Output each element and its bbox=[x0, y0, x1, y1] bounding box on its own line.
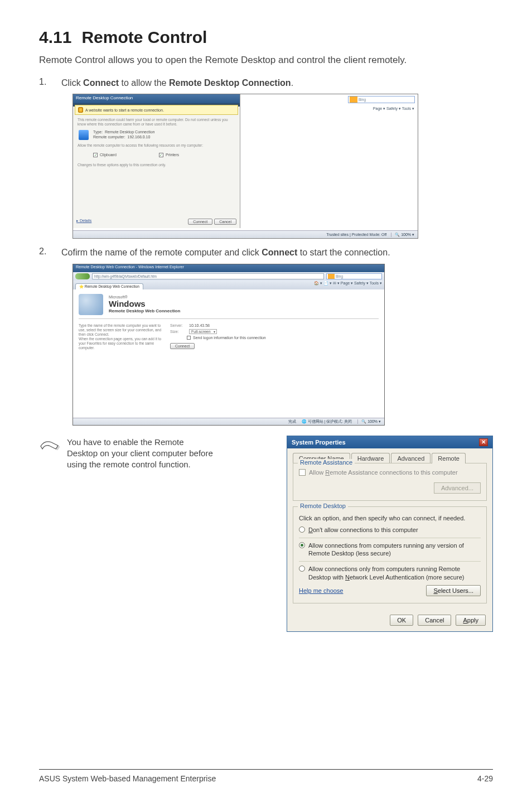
send-logon-label: Send logon information for this connecti… bbox=[193, 336, 266, 340]
ie-title-bar: Remote Desktop Web Connection - Windows … bbox=[73, 264, 384, 272]
status-zone: 🌐 可信网站 | 保护模式: 关闭 bbox=[302, 419, 352, 424]
radio-icon bbox=[299, 526, 305, 533]
ie-search-box[interactable]: Bing bbox=[326, 273, 382, 279]
ok-button[interactable]: OK bbox=[390, 615, 413, 626]
checkbox-icon: ✓ bbox=[93, 153, 98, 157]
remote-computer-label: Remote computer: bbox=[93, 135, 125, 139]
computer-icon bbox=[79, 130, 89, 140]
select-users-button[interactable]: Select Users... bbox=[426, 585, 481, 596]
server-label: Server: bbox=[170, 323, 187, 327]
step-text: Click Connect to allow the Remote Deskto… bbox=[61, 77, 493, 89]
section-number: 4.11 bbox=[39, 28, 71, 47]
size-select[interactable]: Full-screen bbox=[189, 329, 217, 334]
ra-advanced-button: Advanced... bbox=[434, 482, 481, 494]
radio-allow-any-label: Allow connections from computers running… bbox=[308, 542, 481, 558]
ie-status-bar: 完成 🌐 可信网站 | 保护模式: 关闭 🔍 100% ▾ bbox=[73, 418, 384, 425]
windows-label: Windows bbox=[109, 299, 180, 308]
note-text: You have to enable the Remote Desktop on… bbox=[67, 436, 215, 471]
changes-note: Changes to these options apply to this c… bbox=[78, 163, 235, 167]
server-value: 10.10.43.58 bbox=[189, 323, 210, 327]
size-label: Size: bbox=[170, 330, 187, 334]
rd-description: Click an option, and then specify who ca… bbox=[299, 515, 481, 521]
printers-checkbox-row[interactable]: ✓Printers bbox=[159, 153, 179, 157]
radio-allow-any[interactable]: Allow connections from computers running… bbox=[299, 542, 481, 558]
ie-address-bar-row: http://win-g4f9blaQh/tsweb/Default.htm B… bbox=[73, 272, 384, 281]
rd-legend: Remote Desktop bbox=[298, 503, 348, 509]
clipboard-checkbox-row[interactable]: ✓Clipboard bbox=[93, 153, 117, 157]
details-link[interactable]: ▸ Details bbox=[76, 219, 91, 225]
screenshot-rdweb: Remote Desktop Web Connection - Windows … bbox=[72, 264, 385, 426]
footer-left: ASUS System Web-based Management Enterpr… bbox=[39, 774, 216, 783]
bing-icon bbox=[328, 274, 335, 279]
browser-tab[interactable]: ⭐ Remote Desktop Web Connection bbox=[75, 283, 143, 289]
checkbox-icon: ✓ bbox=[159, 153, 163, 157]
step-text: Cofirm the name of the remote computer a… bbox=[61, 247, 493, 259]
step-number: 2. bbox=[39, 247, 61, 259]
allow-remote-assistance-checkbox[interactable]: Allow Remote Assistance connections to t… bbox=[299, 469, 481, 476]
section-title: Remote Control bbox=[81, 28, 207, 46]
dialog-title: Remote Desktop Connection bbox=[73, 94, 240, 103]
type-value: Remote Desktop Connection bbox=[105, 130, 155, 134]
ra-legend: Remote Assistance bbox=[298, 459, 355, 466]
ie-command-bar[interactable]: 🏠 ▾ 📄 ▾ ✉ ▾ Page ▾ Safety ▾ Tools ▾ bbox=[314, 281, 382, 286]
radio-dont-allow[interactable]: Don't allow connections to this computer bbox=[299, 526, 481, 534]
address-input[interactable]: http://win-g4f9blaQh/tsweb/Default.htm bbox=[92, 273, 324, 279]
intro-paragraph: Remote Control allows you to open the Re… bbox=[39, 54, 493, 67]
connect-button[interactable]: Connect bbox=[188, 219, 212, 225]
status-zoom[interactable]: 🔍 100% ▾ bbox=[391, 233, 414, 237]
type-label: Type: bbox=[93, 130, 103, 134]
tab-advanced[interactable]: Advanced bbox=[391, 453, 431, 463]
help-me-choose-link[interactable]: Help me choose bbox=[299, 587, 344, 594]
close-button[interactable]: ✕ bbox=[479, 438, 488, 446]
rdweb-help-text: Type the name of the remote computer you… bbox=[79, 323, 162, 351]
radio-icon bbox=[299, 566, 305, 572]
tab-hardware[interactable]: Hardware bbox=[351, 453, 390, 463]
status-zone: Trusted sites | Protected Mode: Off bbox=[326, 233, 386, 236]
warning-text: A website wants to start a remote connec… bbox=[85, 108, 164, 112]
radio-icon bbox=[299, 542, 305, 548]
allow-resources-text: Allow the remote computer to access the … bbox=[78, 143, 235, 148]
ie-search-box[interactable]: Bing bbox=[348, 96, 415, 103]
screenshot-rdc-dialog: _ ▢ ✕ Remote Desktop Connection A websit… bbox=[72, 94, 418, 239]
cancel-button[interactable]: Cancel bbox=[418, 615, 451, 626]
rdweb-logo-icon bbox=[79, 294, 103, 315]
system-properties-dialog: System Properties ✕ Computer Name Hardwa… bbox=[287, 436, 493, 632]
security-warning-bar: A website wants to start a remote connec… bbox=[75, 105, 238, 115]
ie-status-bar: Trusted sites | Protected Mode: Off 🔍 10… bbox=[73, 230, 418, 238]
cancel-button[interactable]: Cancel bbox=[214, 219, 236, 225]
dialog-title: System Properties bbox=[292, 439, 346, 446]
status-zoom[interactable]: 🔍 100% ▾ bbox=[357, 419, 381, 424]
warning-description: This remote connection could harm your l… bbox=[78, 118, 235, 127]
microsoft-label: Microsoft® bbox=[109, 295, 180, 299]
section-heading: 4.11Remote Control bbox=[39, 28, 493, 47]
checkbox-icon[interactable] bbox=[187, 336, 191, 340]
remote-desktop-group: Remote Desktop Click an option, and then… bbox=[293, 506, 487, 603]
radio-allow-nla[interactable]: Allow connections only from computers ru… bbox=[299, 565, 481, 581]
remote-computer-value: 192.168.0.10 bbox=[127, 135, 150, 139]
checkbox-icon bbox=[299, 469, 306, 476]
ie-command-bar[interactable]: Page ▾ Safety ▾ Tools ▾ bbox=[373, 107, 414, 111]
rdweb-connect-button[interactable]: Connect bbox=[170, 343, 195, 349]
bing-icon bbox=[350, 96, 357, 103]
step-number: 1. bbox=[39, 77, 61, 89]
status-done: 完成 bbox=[288, 419, 296, 424]
step-1: 1. Click Connect to allow the Remote Des… bbox=[39, 77, 493, 89]
step-2: 2. Cofirm the name of the remote compute… bbox=[39, 247, 493, 259]
page-footer: ASUS System Web-based Management Enterpr… bbox=[39, 769, 493, 783]
footer-page-number: 4-29 bbox=[477, 774, 493, 783]
apply-button[interactable]: Apply bbox=[456, 615, 486, 626]
nav-back-forward-icon[interactable] bbox=[75, 273, 90, 279]
note-pencil-icon bbox=[39, 438, 61, 455]
tab-remote[interactable]: Remote bbox=[432, 453, 466, 463]
shield-icon bbox=[78, 107, 83, 113]
remote-assistance-group: Remote Assistance Allow Remote Assistanc… bbox=[293, 463, 487, 501]
rdweb-subtitle: Remote Desktop Web Connection bbox=[109, 308, 180, 313]
